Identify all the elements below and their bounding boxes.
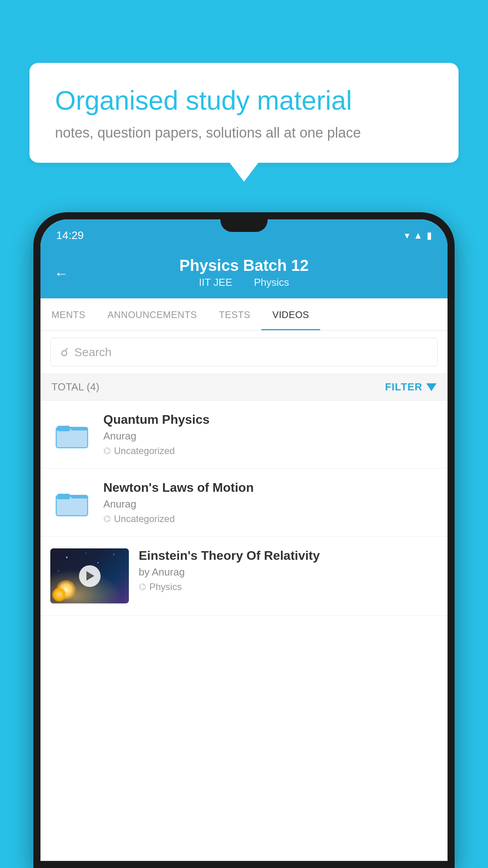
tab-tests[interactable]: TESTS	[208, 298, 261, 330]
video-author-1: Anurag	[103, 430, 438, 442]
bubble-title: Organised study material	[55, 85, 433, 117]
header-title: Physics Batch 12	[179, 257, 308, 274]
header-subtitle-physics: Physics	[254, 276, 289, 288]
svg-rect-3	[57, 494, 70, 499]
status-bar: 14:29 ▾ ▲ ▮	[40, 219, 448, 249]
tag-label-2: Uncategorized	[114, 513, 175, 524]
svg-rect-1	[57, 426, 70, 431]
tabs-bar: MENTS ANNOUNCEMENTS TESTS VIDEOS	[40, 298, 448, 331]
search-container: ☌ Search	[40, 331, 448, 374]
tag-icon-1: ⌬	[103, 446, 111, 456]
total-count: TOTAL (4)	[51, 381, 99, 393]
video-thumbnail-3	[50, 548, 129, 603]
video-author-2: Anurag	[103, 498, 438, 510]
search-icon: ☌	[61, 345, 68, 359]
wifi-icon: ▾	[405, 230, 409, 241]
signal-icon: ▲	[413, 230, 423, 241]
tab-videos[interactable]: VIDEOS	[261, 298, 320, 330]
list-item[interactable]: Quantum Physics Anurag ⌬ Uncategorized	[40, 401, 448, 469]
notch	[220, 219, 268, 232]
speech-bubble: Organised study material notes, question…	[29, 63, 459, 163]
video-tag-3: ⌬ Physics	[139, 581, 438, 592]
phone-frame: 14:29 ▾ ▲ ▮ ← Physics Batch 12 IIT JEE P…	[33, 212, 455, 868]
video-tag-1: ⌬ Uncategorized	[103, 445, 438, 456]
video-author-3: by Anurag	[139, 566, 438, 578]
tag-icon-3: ⌬	[139, 582, 146, 592]
filter-button[interactable]: FILTER	[385, 381, 437, 393]
video-tag-2: ⌬ Uncategorized	[103, 513, 438, 524]
tag-label-3: Physics	[149, 581, 182, 592]
filter-label: FILTER	[385, 381, 422, 393]
battery-icon: ▮	[427, 230, 432, 241]
video-info-2: Newton's Laws of Motion Anurag ⌬ Uncateg…	[103, 480, 438, 524]
play-triangle-icon	[86, 571, 94, 581]
status-time: 14:29	[56, 229, 84, 242]
status-icons: ▾ ▲ ▮	[405, 230, 432, 241]
search-bar[interactable]: ☌ Search	[50, 338, 438, 366]
play-button-3[interactable]	[79, 565, 101, 587]
list-item[interactable]: Einstein's Theory Of Relativity by Anura…	[40, 537, 448, 616]
back-button[interactable]: ←	[54, 265, 68, 282]
video-title-3: Einstein's Theory Of Relativity	[139, 548, 438, 563]
video-info-1: Quantum Physics Anurag ⌬ Uncategorized	[103, 412, 438, 456]
list-item[interactable]: Newton's Laws of Motion Anurag ⌬ Uncateg…	[40, 469, 448, 537]
search-placeholder: Search	[74, 346, 112, 359]
folder-icon	[54, 419, 90, 450]
video-title-1: Quantum Physics	[103, 412, 438, 427]
video-title-2: Newton's Laws of Motion	[103, 480, 438, 495]
tab-announcements[interactable]: ANNOUNCEMENTS	[97, 298, 208, 330]
video-info-3: Einstein's Theory Of Relativity by Anura…	[139, 548, 438, 592]
bubble-subtitle: notes, question papers, solutions all at…	[55, 125, 433, 141]
header-subtitle-iit: IIT JEE	[199, 276, 232, 288]
filter-bar: TOTAL (4) FILTER	[40, 374, 448, 401]
phone-screen: 14:29 ▾ ▲ ▮ ← Physics Batch 12 IIT JEE P…	[40, 219, 448, 861]
filter-icon	[426, 383, 437, 391]
speech-bubble-container: Organised study material notes, question…	[29, 63, 459, 163]
header-subtitle: IIT JEE Physics	[194, 276, 294, 289]
tag-label-1: Uncategorized	[114, 445, 175, 456]
folder-icon	[54, 487, 90, 518]
video-list: Quantum Physics Anurag ⌬ Uncategorized	[40, 401, 448, 861]
folder-thumb-2	[50, 484, 94, 521]
app-header: ← Physics Batch 12 IIT JEE Physics	[40, 249, 448, 298]
tab-ments[interactable]: MENTS	[40, 298, 97, 330]
tag-icon-2: ⌬	[103, 514, 111, 524]
folder-thumb-1	[50, 416, 94, 453]
